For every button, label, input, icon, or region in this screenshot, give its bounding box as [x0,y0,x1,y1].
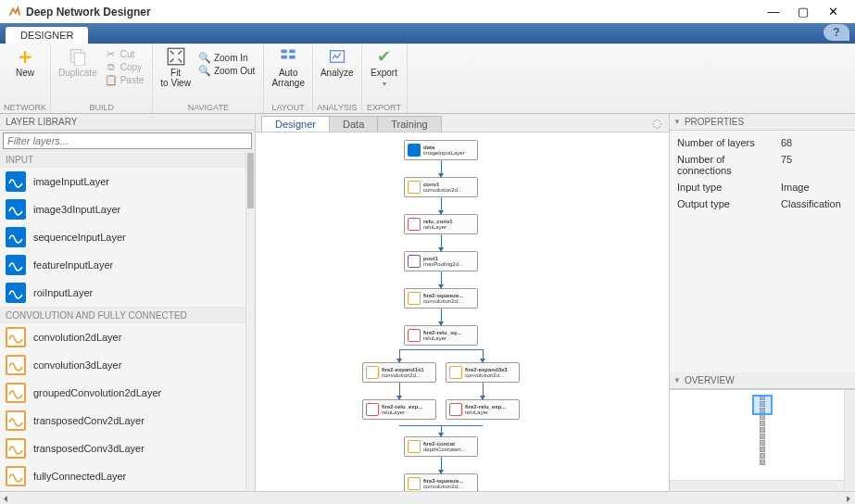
layer-icon [6,227,26,247]
overview-h-scrollbar[interactable] [670,480,844,491]
node-label: fire2-relu_sq...reluLayer [423,330,461,341]
graph-node[interactable]: dataimageInputLayer [404,140,478,160]
property-row: Output typeClassification [670,195,855,212]
copy-button[interactable]: ⧉Copy [103,60,147,73]
duplicate-button[interactable]: Duplicate [55,45,101,80]
svg-rect-1 [74,53,84,66]
graph-node[interactable]: relu_conv1reluLayer [404,214,478,234]
scroll-right-icon[interactable]: ⏵ [845,494,853,503]
node-label: fire3-squeeze...convolution2d... [423,478,463,489]
layer-item[interactable]: featureInputLayer [0,251,245,279]
graph-node[interactable]: fire2-concatdepthConcaten... [404,436,478,457]
graph-edge [441,309,442,325]
overview-body[interactable] [670,389,855,491]
layer-item[interactable]: sequenceInputLayer [0,223,245,251]
library-category: INPUT [0,151,245,168]
zoom-in-button[interactable]: 🔍Zoom In [196,51,258,64]
design-canvas[interactable]: dataimageInputLayerconv1convolution2d...… [256,132,669,491]
graph-edge [441,160,442,177]
group-layout: Auto Arrange LAYOUT [264,44,313,113]
layer-item[interactable]: fullyConnectedLayer [0,462,245,490]
graph-edge [441,234,442,251]
graph-node[interactable]: fire2-relu_exp...reluLayer [362,399,436,420]
canvas-tab-training[interactable]: Training [377,116,441,132]
layer-item[interactable]: convolution2dLayer [0,323,245,351]
overview-viewport[interactable] [752,395,773,415]
graph-node[interactable]: fire2-relu_sq...reluLayer [404,325,478,346]
layer-icon [6,355,26,375]
collapse-icon: ▼ [673,118,681,126]
scroll-left-icon[interactable]: ⏴ [2,494,10,503]
graph-edge [399,383,400,399]
export-button[interactable]: ✔ Export▾ [366,45,403,91]
graph-node[interactable]: conv1convolution2d... [404,177,478,197]
group-navigate: Fit to View 🔍Zoom In 🔍Zoom Out NAVIGATE [153,44,264,113]
analyze-button[interactable]: Analyze [317,45,358,80]
canvas-tab-options-icon[interactable]: ◌ [652,117,663,128]
node-icon [408,329,421,342]
paste-button[interactable]: 📋Paste [103,73,147,86]
node-icon [408,477,421,490]
filter-layers-input[interactable] [3,132,252,149]
graph-edge [441,425,442,436]
help-button[interactable] [824,24,849,41]
group-build: Duplicate ✂Cut ⧉Copy 📋Paste BUILD [51,44,153,113]
svg-rect-4 [289,50,295,54]
overview-header[interactable]: ▼OVERVIEW [670,372,855,389]
node-icon [449,366,462,379]
node-label: fire2-relu_exp...reluLayer [382,404,422,415]
analyze-icon [328,47,346,66]
property-row: Input typeImage [670,179,855,195]
layer-library-panel: LAYER LIBRARY INPUTimageInputLayerimage3… [0,114,256,491]
arrange-icon [279,47,297,66]
properties-header[interactable]: ▼PROPERTIES [670,114,855,131]
graph-edge [441,197,442,214]
tab-designer[interactable]: DESIGNER [6,27,88,44]
property-key: Output type [677,198,781,209]
graph-node[interactable]: fire2-relu_exp...reluLayer [446,399,520,420]
cut-button[interactable]: ✂Cut [103,47,147,60]
fit-to-view-button[interactable]: Fit to View [157,45,195,90]
layer-item[interactable]: convolution3dLayer [0,351,245,379]
graph-edge [399,349,441,350]
layer-name: convolution3dLayer [33,359,121,371]
graph-node[interactable]: fire2-expand3x3convolution2d... [446,362,520,383]
maximize-button[interactable]: ▢ [788,3,818,21]
node-icon [366,366,379,379]
layer-name: fullyConnectedLayer [33,471,126,482]
toolstrip: ＋ New NETWORK Duplicate ✂Cut ⧉Copy 📋Past… [0,44,855,114]
layer-item[interactable]: roiInputLayer [0,279,245,307]
graph-node[interactable]: fire3-squeeze...convolution2d... [404,473,478,491]
property-row: Number of connections75 [670,151,855,179]
layer-item[interactable]: transposedConv3dLayer [0,435,245,462]
group-analysis: Analyze ANALYSIS [313,44,362,113]
graph-node[interactable]: fire2-squeeze...convolution2d... [404,288,478,309]
close-button[interactable]: ✕ [818,3,848,21]
layer-item[interactable]: imageInputLayer [0,168,245,195]
zoom-out-button[interactable]: 🔍Zoom Out [196,64,258,77]
graph-node[interactable]: pool1maxPooling2d... [404,251,478,271]
library-scrollbar[interactable] [245,151,255,491]
minimize-button[interactable]: — [759,3,788,21]
overview-v-scrollbar[interactable] [844,390,855,491]
layer-icon [6,255,26,275]
layer-name: roiInputLayer [33,287,93,298]
new-button[interactable]: ＋ New [6,45,44,80]
node-icon [408,292,421,305]
fit-view-icon [167,47,185,66]
canvas-tab-designer[interactable]: Designer [261,116,330,132]
graph-node[interactable]: fire2-expand1x1convolution2d... [362,362,436,383]
layer-item[interactable]: transposedConv2dLayer [0,407,245,435]
node-label: fire2-expand1x1convolution2d... [382,367,424,378]
auto-arrange-button[interactable]: Auto Arrange [268,45,308,90]
node-icon [449,403,462,416]
canvas-tab-data[interactable]: Data [329,116,378,132]
duplicate-icon [69,47,87,66]
layer-item[interactable]: groupedConvolution2dLayer [0,379,245,407]
copy-icon: ⧉ [106,61,117,72]
layer-icon [6,171,26,192]
layer-item[interactable]: image3dInputLayer [0,195,245,223]
matlab-logo-icon [7,6,20,19]
status-bar: ⏴ ⏵ [0,491,855,504]
layer-name: convolution2dLayer [33,332,121,343]
